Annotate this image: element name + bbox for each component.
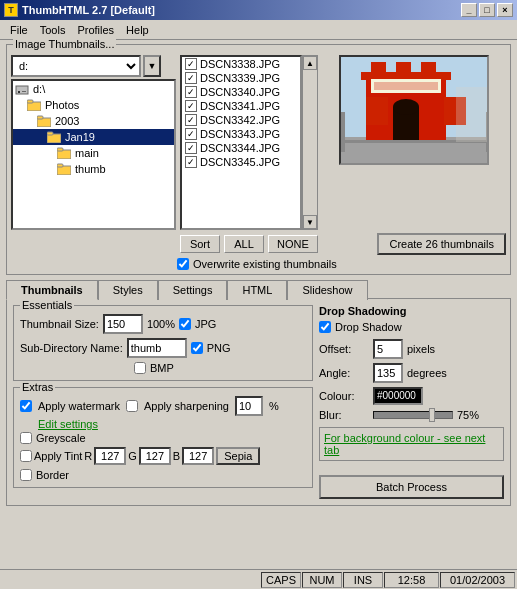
- tree-item-jan19[interactable]: Jan19: [13, 129, 174, 145]
- tree-item-drive[interactable]: d:\: [13, 81, 174, 97]
- list-item[interactable]: ✓ DSCN3344.JPG: [182, 141, 300, 155]
- file-checkbox[interactable]: ✓: [185, 86, 197, 98]
- file-checkbox[interactable]: ✓: [185, 128, 197, 140]
- close-button[interactable]: ×: [497, 3, 513, 17]
- tint-b-label: B: [173, 450, 180, 462]
- jpg-checkbox[interactable]: [179, 318, 191, 330]
- filename: DSCN3338.JPG: [200, 58, 280, 70]
- file-checkbox[interactable]: ✓: [185, 100, 197, 112]
- drive-browse-button[interactable]: ▼: [143, 55, 161, 77]
- sharpening-checkbox[interactable]: [126, 400, 138, 412]
- sort-button[interactable]: Sort: [180, 235, 220, 253]
- preview-svg: [341, 57, 489, 165]
- minimize-button[interactable]: _: [461, 3, 477, 17]
- tree-item-thumb[interactable]: thumb: [13, 161, 174, 177]
- filename: DSCN3344.JPG: [200, 142, 280, 154]
- offset-input[interactable]: [373, 339, 403, 359]
- subdir-input[interactable]: [127, 338, 187, 358]
- list-item[interactable]: ✓ DSCN3338.JPG: [182, 57, 300, 71]
- extras-group: Extras Apply watermark Apply sharpening …: [13, 387, 313, 488]
- scroll-up-button[interactable]: ▲: [303, 56, 317, 70]
- file-checkbox[interactable]: ✓: [185, 72, 197, 84]
- colour-picker[interactable]: #000000: [373, 387, 423, 405]
- list-item[interactable]: ✓ DSCN3341.JPG: [182, 99, 300, 113]
- list-item[interactable]: ✓ DSCN3339.JPG: [182, 71, 300, 85]
- list-item[interactable]: ✓ DSCN3343.JPG: [182, 127, 300, 141]
- batch-process-button[interactable]: Batch Process: [319, 475, 504, 499]
- scroll-down-button[interactable]: ▼: [303, 215, 317, 229]
- file-checkbox[interactable]: ✓: [185, 142, 197, 154]
- bmp-checkbox[interactable]: [134, 362, 146, 374]
- menubar: File Tools Profiles Help: [0, 20, 517, 40]
- bg-colour-note: For background colour - see next tab: [319, 427, 504, 461]
- filename: DSCN3342.JPG: [200, 114, 280, 126]
- drive-selector[interactable]: d:: [11, 55, 141, 77]
- tree-item-main[interactable]: main: [13, 145, 174, 161]
- folder-icon-thumb: [57, 162, 73, 176]
- list-item[interactable]: ✓ DSCN3342.JPG: [182, 113, 300, 127]
- blur-label: Blur:: [319, 409, 369, 421]
- tint-checkbox[interactable]: [20, 450, 32, 462]
- edit-settings-link[interactable]: Edit settings: [38, 418, 98, 430]
- tree-item-2003[interactable]: 2003: [13, 113, 174, 129]
- list-item[interactable]: ✓ DSCN3345.JPG: [182, 155, 300, 169]
- titlebar: T ThumbHTML 2.7 [Default] _ □ ×: [0, 0, 517, 20]
- edit-settings-row: Edit settings: [20, 418, 306, 430]
- greyscale-checkbox[interactable]: [20, 432, 32, 444]
- main-content: Image Thumbnails... d: ▼: [0, 40, 517, 510]
- tab-thumbnails[interactable]: Thumbnails: [6, 280, 98, 300]
- none-button[interactable]: NONE: [268, 235, 318, 253]
- watermark-checkbox[interactable]: [20, 400, 32, 412]
- blur-slider-thumb[interactable]: [429, 408, 435, 422]
- tab-slideshow[interactable]: Slideshow: [287, 280, 367, 300]
- colour-label: Colour:: [319, 390, 369, 402]
- all-button[interactable]: ALL: [224, 235, 264, 253]
- tree-item-photos[interactable]: Photos: [13, 97, 174, 113]
- sort-area: Sort ALL NONE Create 26 thumbnails: [11, 233, 506, 255]
- statusbar: CAPS NUM INS 12:58 01/02/2003: [0, 569, 517, 589]
- file-checkbox[interactable]: ✓: [185, 156, 197, 168]
- folder-icon-2003: [37, 114, 53, 128]
- tab-styles[interactable]: Styles: [98, 280, 158, 300]
- sharpening-value[interactable]: [235, 396, 263, 416]
- angle-input[interactable]: [373, 363, 403, 383]
- scrollbar[interactable]: ▲ ▼: [302, 55, 318, 230]
- date-display: 01/02/2003: [440, 572, 515, 588]
- titlebar-title: ThumbHTML 2.7 [Default]: [22, 4, 155, 16]
- svg-rect-12: [57, 164, 63, 167]
- blur-slider[interactable]: [373, 411, 453, 419]
- overwrite-checkbox[interactable]: [177, 258, 189, 270]
- tab-settings[interactable]: Settings: [158, 280, 228, 300]
- tint-b-input[interactable]: [182, 447, 214, 465]
- menu-file[interactable]: File: [4, 22, 34, 38]
- tab-html[interactable]: HTML: [227, 280, 287, 300]
- file-checkbox[interactable]: ✓: [185, 114, 197, 126]
- file-checkbox[interactable]: ✓: [185, 58, 197, 70]
- overwrite-row: Overwrite existing thumbnails: [11, 258, 506, 270]
- sharpening-unit: %: [269, 400, 279, 412]
- file-tree[interactable]: d:\ Photos 2003: [11, 79, 176, 230]
- file-list[interactable]: ✓ DSCN3338.JPG ✓ DSCN3339.JPG ✓ DSCN3340…: [180, 55, 302, 230]
- tint-r-label: R: [84, 450, 92, 462]
- thumbnail-size-input[interactable]: [103, 314, 143, 334]
- subdir-row: Sub-Directory Name: PNG: [20, 338, 306, 358]
- dropshadow-checkbox[interactable]: [319, 321, 331, 333]
- png-checkbox[interactable]: [191, 342, 203, 354]
- tint-g-input[interactable]: [139, 447, 171, 465]
- tint-r-input[interactable]: [94, 447, 126, 465]
- angle-row: Angle: degrees: [319, 363, 504, 383]
- left-panel: Essentials Thumbnail Size: 100% JPG Sub-…: [13, 305, 313, 499]
- tab-content-inner: Essentials Thumbnail Size: 100% JPG Sub-…: [13, 305, 504, 499]
- menu-tools[interactable]: Tools: [34, 22, 72, 38]
- create-thumbnails-button[interactable]: Create 26 thumbnails: [377, 233, 506, 255]
- menu-profiles[interactable]: Profiles: [71, 22, 120, 38]
- sepia-button[interactable]: Sepia: [216, 447, 260, 465]
- menu-help[interactable]: Help: [120, 22, 155, 38]
- svg-rect-21: [374, 82, 438, 90]
- caps-indicator: CAPS: [261, 572, 301, 588]
- maximize-button[interactable]: □: [479, 3, 495, 17]
- tint-label: Apply Tint: [34, 450, 82, 462]
- list-item[interactable]: ✓ DSCN3340.JPG: [182, 85, 300, 99]
- border-checkbox[interactable]: [20, 469, 32, 481]
- bg-colour-link[interactable]: For background colour - see next tab: [324, 432, 485, 456]
